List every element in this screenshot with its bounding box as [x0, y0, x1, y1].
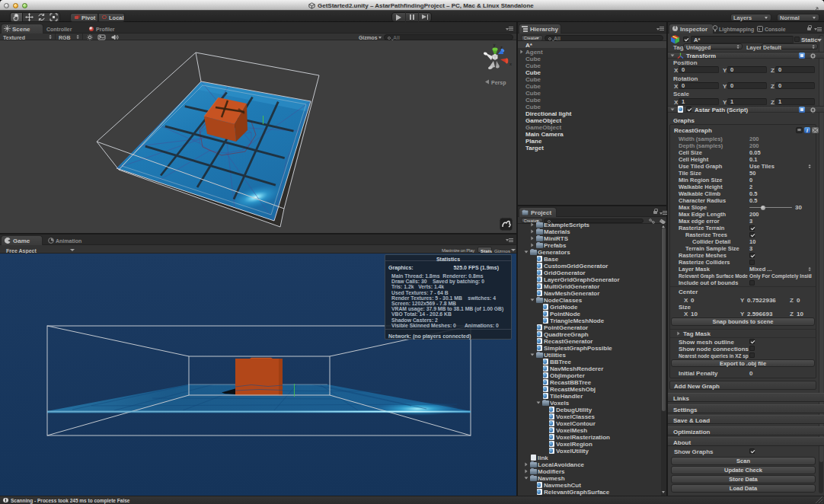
svg-text:Persp: Persp — [491, 80, 506, 86]
svg-text:z: z — [500, 45, 503, 49]
